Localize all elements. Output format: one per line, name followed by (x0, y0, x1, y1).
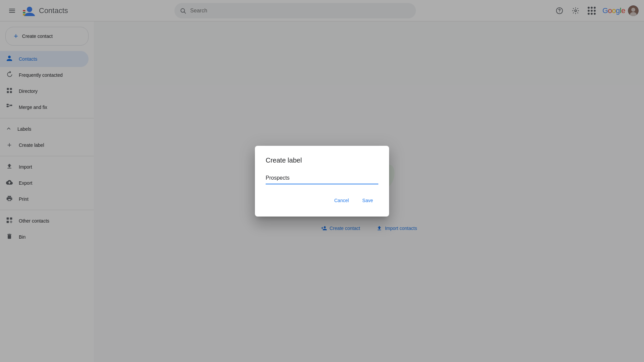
cancel-button[interactable]: Cancel (329, 195, 354, 206)
dialog-actions: Cancel Save (266, 195, 378, 206)
modal-overlay[interactable]: Create label Cancel Save (0, 0, 644, 362)
dialog-title: Create label (266, 157, 378, 164)
create-label-dialog: Create label Cancel Save (255, 146, 389, 217)
dialog-input-wrapper (266, 174, 378, 184)
save-button[interactable]: Save (357, 195, 378, 206)
label-name-input[interactable] (266, 174, 378, 184)
